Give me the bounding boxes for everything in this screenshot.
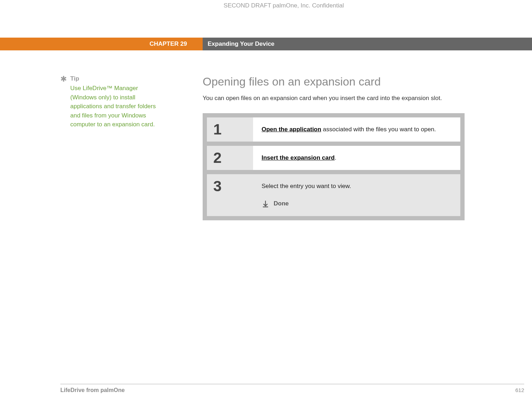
footer-product: LifeDrive from palmOne [60,387,125,393]
step-text: associated with the files you want to op… [321,126,436,133]
step-body: Select the entry you want to view. Done [253,174,460,216]
chapter-label: CHAPTER 29 [0,38,203,50]
step-row-2: 2 Insert the expansion card. [207,146,460,170]
step-number: 3 [207,174,253,216]
steps-container: 1 Open the application associated with t… [203,113,465,220]
content-area: ✱ Tip Use LifeDrive™ Manager (Windows on… [0,50,532,220]
confidential-header: SECOND DRAFT palmOne, Inc. Confidential [0,0,532,16]
step-number: 1 [207,117,253,142]
tip-content: Tip Use LifeDrive™ Manager (Windows only… [70,75,157,129]
arrow-down-icon [262,200,269,208]
tip-label: Tip [70,75,157,82]
step-row-3: 3 Select the entry you want to view. Don… [207,174,460,216]
footer: LifeDrive from palmOne 612 [60,384,524,397]
tip-block: ✱ Tip Use LifeDrive™ Manager (Windows on… [60,75,157,129]
step-body: Insert the expansion card. [253,146,460,170]
page-number: 612 [515,387,524,393]
intro-text: You can open files on an expansion card … [203,95,465,102]
tip-text: Use LifeDrive™ Manager (Windows only) to… [70,84,157,129]
sidebar: ✱ Tip Use LifeDrive™ Manager (Windows on… [0,75,203,220]
page-title: Opening files on an expansion card [203,75,465,88]
step-link-open-application[interactable]: Open the application [262,126,321,133]
asterisk-icon: ✱ [60,75,67,83]
step-number: 2 [207,146,253,170]
done-row: Done [262,200,452,208]
chapter-title: Expanding Your Device [203,38,532,50]
chapter-bar: CHAPTER 29 Expanding Your Device [0,38,532,50]
step-body: Open the application associated with the… [253,117,460,142]
step-text: . [335,154,336,161]
main-content: Opening files on an expansion card You c… [203,75,532,220]
step-text: Select the entry you want to view. [262,183,452,190]
step-link-insert-card[interactable]: Insert the expansion card [262,154,335,161]
step-row-1: 1 Open the application associated with t… [207,117,460,142]
done-label: Done [274,200,289,207]
